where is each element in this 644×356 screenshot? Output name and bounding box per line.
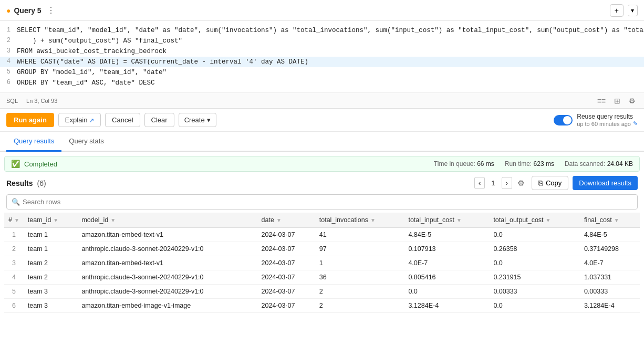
cancel-button[interactable]: Cancel [105, 113, 140, 127]
search-input[interactable] [6, 194, 638, 210]
cell-team-id: team 1 [24, 242, 78, 256]
table-row: 6 team 3 amazon.titan-embed-image-v1-ima… [4, 299, 640, 313]
line-code: GROUP BY "model_id", "team_id", "date" [17, 67, 644, 78]
cell-total-output-cost: 0.26358 [489, 242, 580, 256]
col-header-model-id: model_id ▼ [77, 213, 257, 228]
cell-total-input-cost: 4.0E-7 [404, 256, 489, 270]
cell-total-input-cost: 0.107913 [404, 242, 489, 256]
reuse-label: Reuse query results [577, 113, 638, 120]
settings-icon[interactable]: ⚙ [627, 96, 638, 106]
query-toolbar: Run again Explain ↗ Cancel Clear Create … [0, 109, 644, 132]
cell-total-invocations: 97 [315, 242, 404, 256]
cell-final-cost: 4.84E-5 [580, 228, 640, 242]
run-again-button[interactable]: Run again [6, 113, 54, 127]
reuse-sub-label: up to 60 minutes ago ✎ [577, 120, 638, 127]
cell-total-invocations: 41 [315, 228, 404, 242]
cursor-position: Ln 3, Col 93 [26, 98, 57, 104]
search-input-wrap: 🔍 [6, 194, 638, 210]
sort-icon-final-cost[interactable]: ▼ [614, 217, 619, 223]
sort-icon-num[interactable]: ▼ [14, 217, 19, 223]
data-scanned-metric: Data scanned: 24.04 KB [565, 160, 633, 167]
editor-content[interactable]: 1SELECT "team_id", "model_id", "date" as… [0, 21, 644, 92]
cell-date: 2024-03-07 [257, 256, 315, 270]
col-header-final-cost: final_cost ▼ [580, 213, 640, 228]
format-icon[interactable]: ≡≡ [595, 96, 608, 106]
sql-editor[interactable]: 1SELECT "team_id", "model_id", "date" as… [0, 21, 644, 109]
create-button[interactable]: Create ▾ [179, 113, 216, 127]
cell-num: 6 [4, 299, 24, 313]
cell-total-input-cost: 0.805416 [404, 270, 489, 285]
results-title-block: Results (6) [6, 179, 46, 187]
cell-team-id: team 2 [24, 256, 78, 270]
col-header-total-input-cost: total_input_cost ▼ [404, 213, 489, 228]
editor-line: 3FROM awsi_bucket_cost_tracking_bedrock [0, 46, 644, 57]
line-number: 6 [0, 78, 17, 88]
prev-page-button[interactable]: ‹ [474, 177, 485, 189]
sort-icon-team-id[interactable]: ▼ [53, 217, 58, 223]
sort-icon-model-id[interactable]: ▼ [110, 217, 116, 223]
cell-total-input-cost: 3.1284E-4 [404, 299, 489, 313]
col-header-team-id: team_id ▼ [24, 213, 78, 228]
editor-line: 5GROUP BY "model_id", "team_id", "date" [0, 67, 644, 78]
results-table: # ▼ team_id ▼ model_id ▼ [4, 213, 640, 313]
status-text: Completed [24, 160, 57, 168]
external-link-icon: ↗ [89, 117, 94, 123]
copy-button[interactable]: ⎘ Copy [532, 176, 568, 190]
cell-num: 2 [4, 242, 24, 256]
line-code: WHERE CAST("date" AS DATE) = CAST(curren… [17, 57, 644, 67]
header-left: ● Query 5 ⋮ [6, 4, 57, 16]
cell-team-id: team 3 [24, 299, 78, 313]
sort-icon-total-output-cost[interactable]: ▼ [546, 217, 551, 223]
cell-model-id: amazon.titan-embed-text-v1 [77, 228, 257, 242]
pagination-settings-icon[interactable]: ⚙ [514, 177, 527, 189]
download-results-button[interactable]: Download results [573, 176, 638, 190]
table-row: 1 team 1 amazon.titan-embed-text-v1 2024… [4, 228, 640, 242]
run-time-metric: Run time: 623 ms [505, 160, 554, 167]
edit-icon[interactable]: ✎ [633, 120, 638, 127]
query-menu-icon[interactable]: ⋮ [45, 4, 57, 16]
table-row: 4 team 2 anthropic.claude-3-sonnet-20240… [4, 270, 640, 285]
cell-date: 2024-03-07 [257, 285, 315, 299]
cell-num: 1 [4, 228, 24, 242]
editor-line: 1SELECT "team_id", "model_id", "date" as… [0, 25, 644, 36]
results-table-wrap: # ▼ team_id ▼ model_id ▼ [0, 213, 644, 313]
next-page-button[interactable]: › [502, 177, 512, 189]
cell-total-input-cost: 4.84E-5 [404, 228, 489, 242]
layout-icon[interactable]: ⊞ [612, 96, 622, 106]
sort-icon-total-invocations[interactable]: ▼ [370, 217, 376, 223]
line-number: 4 [0, 57, 17, 67]
line-number: 3 [0, 46, 17, 56]
cell-num: 4 [4, 270, 24, 285]
cell-final-cost: 1.037331 [580, 270, 640, 285]
table-row: 5 team 3 anthropic.claude-3-sonnet-20240… [4, 285, 640, 299]
col-header-total-output-cost: total_output_cost ▼ [489, 213, 580, 228]
clear-button[interactable]: Clear [144, 113, 174, 127]
explain-button[interactable]: Explain ↗ [58, 113, 101, 127]
results-actions: ‹ 1 › ⚙ ⎘ Copy Download results [474, 176, 638, 190]
line-code: ORDER BY "team_id" ASC, "date" DESC [17, 78, 644, 88]
sort-icon-date[interactable]: ▼ [276, 217, 282, 223]
editor-line: 6ORDER BY "team_id" ASC, "date" DESC [0, 78, 644, 88]
line-number: 1 [0, 25, 17, 35]
table-header-row: # ▼ team_id ▼ model_id ▼ [4, 213, 640, 228]
results-title: Results (6) [6, 179, 46, 187]
cell-num: 3 [4, 256, 24, 270]
sort-icon-total-input-cost[interactable]: ▼ [456, 217, 462, 223]
time-in-queue-metric: Time in queue: 66 ms [434, 160, 494, 167]
cell-total-output-cost: 0.0 [489, 228, 580, 242]
cell-date: 2024-03-07 [257, 299, 315, 313]
cell-model-id: anthropic.claude-3-sonnet-20240229-v1:0 [77, 285, 257, 299]
cell-final-cost: 0.37149298 [580, 242, 640, 256]
cell-total-output-cost: 0.00333 [489, 285, 580, 299]
editor-info: SQL Ln 3, Col 93 [6, 98, 57, 104]
tab-query-results[interactable]: Query results [6, 132, 61, 152]
query-title: Query 5 [14, 6, 41, 15]
tab-query-stats[interactable]: Query stats [61, 132, 111, 152]
query-chevron-button[interactable]: ▾ [628, 5, 638, 16]
new-query-button[interactable]: + [610, 4, 624, 17]
cell-total-invocations: 2 [315, 285, 404, 299]
toggle-switch[interactable] [554, 115, 573, 125]
cell-final-cost: 3.1284E-4 [580, 299, 640, 313]
cell-model-id: amazon.titan-embed-image-v1-image [77, 299, 257, 313]
header-bar: ● Query 5 ⋮ + ▾ [0, 0, 644, 21]
